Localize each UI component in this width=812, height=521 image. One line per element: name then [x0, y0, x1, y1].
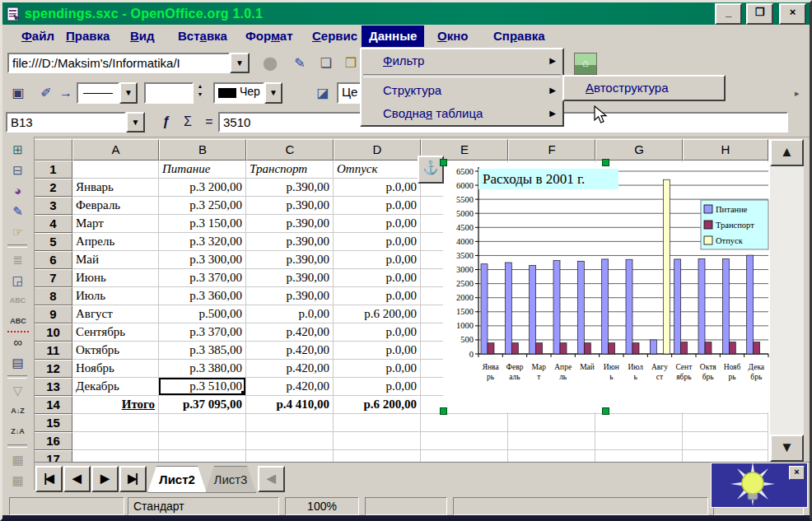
cell-B15[interactable]: [159, 414, 246, 432]
pen-icon[interactable]: ✐: [35, 82, 57, 104]
cell-B16[interactable]: [159, 432, 246, 450]
cell-A10[interactable]: Сентябрь: [72, 323, 159, 342]
row-header-4[interactable]: 4: [34, 215, 72, 233]
cell-B1[interactable]: Питание: [159, 160, 246, 179]
cell-B17[interactable]: [159, 450, 246, 462]
url-dropdown-button[interactable]: ▼: [230, 53, 250, 73]
tab-first-button[interactable]: |◀: [35, 466, 63, 492]
cell-B10[interactable]: р.3 370,00: [159, 323, 246, 342]
cell-D11[interactable]: р.0,00: [334, 342, 421, 360]
help-agent-close-icon[interactable]: ×: [789, 466, 805, 480]
line-style-select[interactable]: [77, 82, 119, 104]
row-header-2[interactable]: 2: [34, 179, 72, 197]
cell-C4[interactable]: р.390,00: [246, 215, 334, 233]
cell-A2[interactable]: Январь: [72, 179, 159, 197]
column-header-F[interactable]: F: [508, 139, 595, 160]
form-controls-icon[interactable]: ☞: [2, 223, 33, 241]
cell-C16[interactable]: [246, 432, 334, 450]
cell-C14[interactable]: р.4 410,00: [246, 396, 334, 414]
sort-ascending-icon[interactable]: A↓Z: [2, 402, 33, 421]
row-header-15[interactable]: 15: [34, 414, 72, 432]
cell-D9[interactable]: р.6 200,00: [334, 305, 421, 323]
cell-F16[interactable]: [508, 432, 595, 450]
cell-D4[interactable]: р.0,00: [334, 215, 421, 233]
cell-B9[interactable]: р.500,00: [159, 305, 246, 323]
cell-C17[interactable]: [246, 450, 334, 462]
selection-handle[interactable]: [602, 159, 609, 166]
cell-C13[interactable]: р.420,00: [246, 378, 334, 396]
sum-icon[interactable]: Σ: [177, 111, 198, 133]
cell-A16[interactable]: [72, 432, 159, 450]
cell-A9[interactable]: Август: [72, 305, 159, 323]
select-objects-icon[interactable]: ▣: [7, 82, 29, 104]
cell-B8[interactable]: р.3 360,00: [159, 287, 246, 305]
cell-C11[interactable]: р.420,00: [246, 342, 334, 360]
cell-E16[interactable]: [421, 432, 508, 450]
tab-scroll-left-icon[interactable]: ◀: [258, 466, 285, 492]
cell-C7[interactable]: р.390,00: [246, 269, 334, 287]
insert-object-chart-icon[interactable]: ◕: [2, 182, 33, 200]
menu-item-autostructure[interactable]: Автоструктура: [564, 77, 724, 100]
row-header-10[interactable]: 10: [34, 323, 72, 342]
line-style-dropdown-button[interactable]: ▼: [119, 82, 138, 104]
cell-D5[interactable]: р.0,00: [334, 233, 421, 251]
row-header-1[interactable]: 1: [34, 160, 72, 179]
cell-D17[interactable]: [334, 450, 421, 462]
menu-item-filter[interactable]: Фильтр▶: [362, 49, 562, 72]
cell-H16[interactable]: [683, 432, 768, 450]
cell-B2[interactable]: р.3 200,00: [159, 179, 246, 197]
cell-A1[interactable]: [72, 160, 159, 179]
cell-C15[interactable]: [246, 414, 334, 432]
cell-B6[interactable]: р.3 300,00: [159, 251, 246, 269]
cell-F15[interactable]: [508, 414, 595, 432]
scroll-up-icon[interactable]: ▲: [770, 139, 804, 166]
draw-functions-icon[interactable]: ✎: [2, 202, 33, 221]
status-zoom[interactable]: 100%: [285, 497, 359, 515]
sort-descending-icon[interactable]: Z↓A: [2, 423, 33, 441]
cell-A3[interactable]: Февраль: [72, 197, 159, 215]
menubar-item-2[interactable]: Правка: [58, 26, 117, 47]
cell-A5[interactable]: Апрель: [72, 233, 159, 251]
selection-handle[interactable]: [602, 407, 609, 415]
cell-D14[interactable]: р.6 200,00: [334, 396, 421, 414]
cell-D10[interactable]: р.0,00: [334, 323, 421, 342]
row-header-17[interactable]: 17: [34, 450, 72, 462]
url-input[interactable]: [7, 53, 230, 73]
cell-E17[interactable]: [421, 450, 508, 462]
insert-cells-icon[interactable]: ⊟: [2, 161, 33, 179]
menubar-item-5[interactable]: Формат: [238, 26, 301, 47]
cell-C5[interactable]: р.390,00: [246, 233, 334, 251]
cell-B3[interactable]: р.3 250,00: [159, 197, 246, 215]
column-header-C[interactable]: C: [246, 139, 334, 160]
cell-C6[interactable]: р.390,00: [246, 251, 334, 269]
stop-icon[interactable]: ⬤: [259, 53, 281, 74]
corner-header-button[interactable]: [34, 139, 72, 160]
row-header-8[interactable]: 8: [34, 287, 72, 305]
cell-A6[interactable]: Май: [72, 251, 159, 269]
stylist-icon[interactable]: ▤: [2, 354, 33, 372]
selection-handle[interactable]: [440, 407, 447, 415]
cell-G15[interactable]: [595, 414, 683, 432]
menu-item-pivot-table[interactable]: Сводная таблица▶: [362, 102, 562, 125]
cell-A11[interactable]: Октябрь: [72, 342, 159, 360]
menubar-item-1[interactable]: Файл: [14, 26, 62, 47]
gallery-icon[interactable]: ⌂: [574, 53, 597, 75]
cell-D13[interactable]: р.0,00: [334, 378, 421, 396]
cell-C3[interactable]: р.390,00: [246, 197, 334, 215]
tab-next-button[interactable]: ▶: [91, 466, 119, 492]
menubar-item-9[interactable]: Справка: [486, 26, 553, 47]
new-document-icon[interactable]: ❏: [315, 53, 337, 74]
menubar-item-4[interactable]: Вставка: [170, 26, 235, 47]
tab-prev-button[interactable]: ◀: [63, 466, 91, 492]
menubar-item-8[interactable]: Окно: [430, 26, 475, 47]
menubar-item-3[interactable]: Вид: [123, 26, 162, 47]
cell-D16[interactable]: [334, 432, 421, 450]
menubar-item-6[interactable]: Сервис: [305, 26, 365, 47]
cell-D3[interactable]: р.0,00: [334, 197, 421, 215]
cell-D1[interactable]: Отпуск: [334, 160, 421, 179]
cell-B4[interactable]: р.3 150,00: [159, 215, 246, 233]
row-header-14[interactable]: 14: [34, 396, 72, 414]
sheet-tab-лист3[interactable]: Лист3: [205, 466, 256, 493]
menu-item-structure[interactable]: Структура▶: [362, 79, 562, 102]
find-replace-icon[interactable]: ∞: [2, 333, 33, 351]
